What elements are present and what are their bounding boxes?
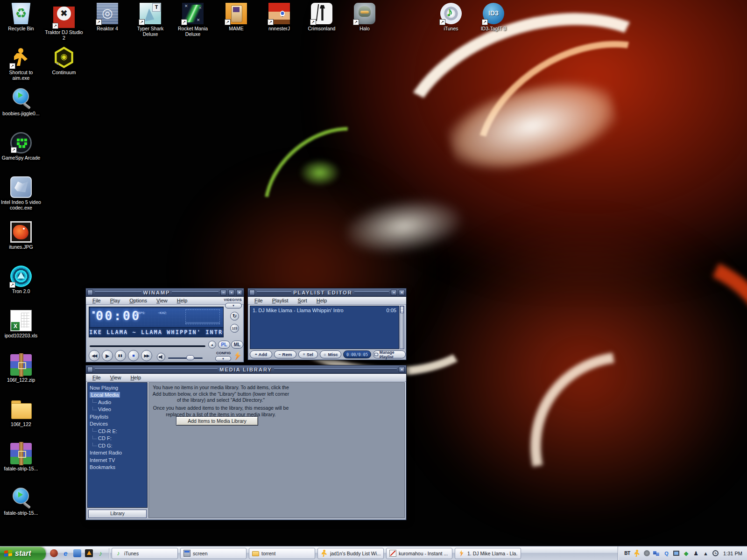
config-dropdown-button[interactable] bbox=[215, 356, 231, 361]
menu-playlist[interactable]: Playlist bbox=[268, 298, 293, 303]
red-orb-icon[interactable] bbox=[50, 549, 58, 557]
playlist-toggle-button[interactable]: PL bbox=[218, 341, 230, 349]
desktop-icon-106f-zip[interactable]: 106f_122.zip bbox=[0, 354, 42, 383]
task-winamp-track[interactable]: 1. DJ Mike Llama - Lla... bbox=[455, 548, 521, 559]
tree-item-internet-radio[interactable]: Internet Radio bbox=[88, 449, 147, 457]
winamp-system-menu-icon[interactable] bbox=[87, 290, 93, 295]
stop-button[interactable] bbox=[128, 350, 139, 361]
triangle-tray-icon[interactable]: ▲ bbox=[702, 550, 709, 557]
desktop-icon-mame[interactable]: ↗ MAME bbox=[215, 3, 257, 31]
tree-item-cdr-e[interactable]: CD-R E: bbox=[88, 427, 147, 435]
tree-item-bookmarks[interactable]: Bookmarks bbox=[88, 464, 147, 471]
pause-button[interactable] bbox=[115, 350, 126, 361]
task-torrent[interactable]: torrent bbox=[249, 548, 315, 559]
repeat-button[interactable]: ↻ bbox=[230, 312, 239, 321]
desktop-icon-halo[interactable]: ↗ Halo bbox=[344, 3, 386, 31]
menu-sort[interactable]: Sort bbox=[293, 298, 312, 303]
volume-slider-thumb[interactable] bbox=[186, 355, 194, 360]
start-button[interactable]: start bbox=[0, 546, 46, 560]
play-button[interactable] bbox=[102, 350, 113, 361]
shade-button[interactable]: ▪ bbox=[391, 290, 397, 295]
playlist-system-menu-icon[interactable] bbox=[249, 290, 255, 295]
playlist-track-list[interactable]: 1. DJ Mike Llama - Llama Whippin' Intro … bbox=[250, 306, 399, 349]
playlist-titlebar[interactable]: PLAYLIST EDITOR ▪ × bbox=[248, 288, 406, 297]
tree-item-cd-g[interactable]: CD G: bbox=[88, 442, 147, 449]
media-library-system-menu-icon[interactable] bbox=[87, 367, 93, 372]
desktop-icon-indeo-codec[interactable]: Intel Indeo 5 video codec.exe bbox=[0, 176, 42, 210]
add-items-button[interactable]: Add Items to Media Library bbox=[176, 416, 258, 426]
video-vis-dropdown-button[interactable] bbox=[225, 303, 242, 308]
desktop-icon-typer-shark[interactable]: ↗ Typer Shark Deluxe bbox=[129, 3, 171, 37]
desktop-icon-rocket-mania[interactable]: ↗ Rocket Mania Deluxe bbox=[172, 3, 214, 37]
next-button[interactable] bbox=[141, 350, 152, 361]
menu-help[interactable]: Help bbox=[126, 375, 146, 380]
bittorrent-tray-icon[interactable]: BT bbox=[624, 550, 631, 557]
tree-item-cd-f[interactable]: CD F: bbox=[88, 435, 147, 442]
add-button[interactable]: + Add bbox=[250, 350, 272, 358]
menu-help[interactable]: Help bbox=[312, 298, 332, 303]
menu-help[interactable]: Help bbox=[172, 298, 192, 303]
desktop-icon-boobies-jiggle[interactable]: boobies-jiggle0... bbox=[0, 88, 42, 116]
eject-button[interactable]: ▲ bbox=[208, 341, 216, 349]
desktop-icon-reaktor[interactable]: ↗ Reaktor 4 bbox=[86, 3, 128, 31]
desktop-icon-tron[interactable]: ↗ Tron 2.0 bbox=[0, 266, 42, 294]
tree-item-local-media[interactable]: Local Media bbox=[88, 392, 147, 399]
menu-file[interactable]: File bbox=[88, 375, 106, 380]
internet-explorer-icon[interactable]: e bbox=[62, 549, 70, 557]
manage-playlist-button[interactable]: Manage Playlist bbox=[373, 350, 406, 358]
menu-view[interactable]: View bbox=[106, 375, 126, 380]
task-screen[interactable]: screen bbox=[180, 548, 247, 559]
desktop-icon-crimsonland[interactable]: ↗ Crimsonland bbox=[301, 3, 343, 31]
gray-circle-tray-icon[interactable] bbox=[643, 550, 650, 557]
music-note-icon[interactable]: ♪ bbox=[97, 549, 105, 557]
media-player-icon[interactable] bbox=[85, 549, 93, 557]
track-title-marquee[interactable]: MIKE LLAMA ~ LLAMA WHIPPIN' INTRO bbox=[89, 327, 223, 337]
desktop-icon-ipod-xls[interactable]: ipod102203.xls bbox=[0, 310, 42, 338]
desktop-icon-gamespy[interactable]: ↗ GameSpy Arcade bbox=[0, 132, 42, 161]
previous-button[interactable] bbox=[89, 350, 100, 361]
tree-item-internet-tv[interactable]: Internet TV bbox=[88, 456, 147, 464]
task-itunes[interactable]: ♪ iTunes bbox=[112, 548, 178, 559]
quicktime-tray-icon[interactable]: Q bbox=[663, 550, 670, 557]
playlist-scrollbar-thumb[interactable] bbox=[400, 306, 404, 313]
desktop-icon-itunes-jpg[interactable]: itunes.JPG bbox=[0, 221, 42, 250]
desktop-icon-aim[interactable]: ↗ Shortcut to aim.exe bbox=[0, 47, 42, 81]
tree-item-audio[interactable]: Audio bbox=[88, 399, 147, 406]
shuffle-button[interactable]: 123 bbox=[230, 324, 239, 333]
playlist-track-row[interactable]: 1. DJ Mike Llama - Llama Whippin' Intro … bbox=[253, 308, 396, 313]
seek-bar[interactable] bbox=[90, 345, 205, 347]
power-tray-icon[interactable]: ϟ bbox=[712, 550, 719, 557]
speaker-icon[interactable] bbox=[157, 353, 165, 361]
minimize-button[interactable]: − bbox=[220, 290, 226, 295]
desktop-icon-fatale-rar[interactable]: fatale-strip-15... bbox=[0, 443, 42, 471]
close-button[interactable]: × bbox=[236, 290, 242, 295]
figure-tray-icon[interactable]: ♟ bbox=[692, 550, 699, 557]
spectrum-analyzer[interactable] bbox=[185, 309, 220, 324]
desktop-icon-traktor[interactable]: ↗ Traktor DJ Studio 2 bbox=[43, 3, 85, 41]
winamp-titlebar[interactable]: WINAMP − ▪ × bbox=[86, 288, 244, 297]
tree-item-playlists[interactable]: Playlists bbox=[88, 413, 147, 420]
task-instant-message[interactable]: kuromahou - Instant ... bbox=[386, 548, 452, 559]
volume-slider[interactable] bbox=[168, 357, 203, 359]
media-library-toggle-button[interactable]: ML bbox=[231, 341, 243, 349]
taskbar-clock[interactable]: 1:31 PM bbox=[722, 551, 742, 556]
close-button[interactable]: × bbox=[399, 290, 405, 295]
desktop-icon-106f-folder[interactable]: 106f_122 bbox=[0, 399, 42, 427]
misc-button[interactable]: ☼ Misc bbox=[320, 350, 341, 358]
menu-file[interactable]: File bbox=[88, 298, 106, 303]
network-tray-icon[interactable] bbox=[653, 550, 660, 557]
desktop-icon-itunes[interactable]: ↗ iTunes bbox=[430, 3, 472, 31]
library-button[interactable]: Library bbox=[88, 510, 147, 518]
green-speaker-tray-icon[interactable]: ◆ bbox=[683, 550, 690, 557]
tree-item-devices[interactable]: Devices bbox=[88, 420, 147, 428]
playlist-scrollbar[interactable] bbox=[400, 306, 404, 349]
menu-file[interactable]: File bbox=[250, 298, 268, 303]
desktop-icon-id3-tagit[interactable]: ↗ ID3-TagIT 3 bbox=[472, 3, 514, 31]
menu-options[interactable]: Options bbox=[125, 298, 152, 303]
tree-item-video[interactable]: Video bbox=[88, 406, 147, 413]
desktop-icon-continuum[interactable]: ↗ Continuum bbox=[43, 47, 85, 75]
aim-tray-icon[interactable] bbox=[634, 550, 641, 557]
shade-button[interactable]: ▪ bbox=[228, 290, 234, 295]
menu-play[interactable]: Play bbox=[106, 298, 125, 303]
remove-button[interactable]: − Rem bbox=[274, 350, 296, 358]
